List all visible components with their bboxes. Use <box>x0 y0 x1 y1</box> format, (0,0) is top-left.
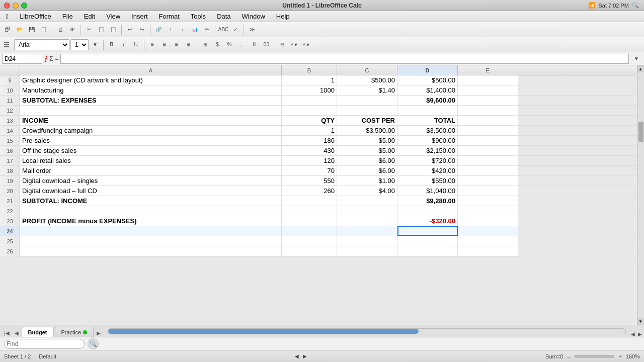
cell-b9[interactable]: 1 <box>282 75 337 85</box>
formula-fx-icon[interactable]: ⨍ <box>44 55 47 62</box>
scroll-thumb[interactable] <box>638 122 643 142</box>
cell-c20[interactable]: $4.00 <box>337 186 397 196</box>
next-page-btn[interactable]: ▶ <box>303 353 307 359</box>
cell-b12[interactable] <box>282 106 337 115</box>
cell-e18[interactable] <box>458 166 518 175</box>
cell-e21[interactable] <box>458 196 518 206</box>
cell-a22[interactable] <box>20 206 282 216</box>
col-header-a[interactable]: A <box>20 65 282 75</box>
italic-btn[interactable]: I <box>118 39 129 50</box>
save-btn[interactable]: 💾 <box>26 24 37 35</box>
data-menu[interactable]: Data <box>215 12 232 21</box>
cell-c9[interactable]: $500.00 <box>337 75 397 85</box>
cell-b13[interactable]: QTY <box>282 116 337 125</box>
borders-btn[interactable]: ⊟ <box>277 39 288 50</box>
cell-a16[interactable]: Off the stage sales <box>20 146 282 155</box>
cell-b18[interactable]: 70 <box>282 166 337 175</box>
cell-d9[interactable]: $500.00 <box>397 75 458 85</box>
find-input[interactable] <box>4 339 85 349</box>
cell-e15[interactable] <box>458 136 518 145</box>
maximize-button[interactable] <box>21 3 27 9</box>
font-size-selector[interactable]: 10 <box>70 39 89 50</box>
sheet-tab-practice[interactable]: Practice <box>55 327 94 337</box>
libreoffice-menu[interactable]: LibreOffice <box>18 12 53 21</box>
h-scroll-left[interactable]: ◀ <box>631 331 635 337</box>
tab-scroll-prev[interactable]: ◀ <box>13 329 21 337</box>
spellcheck-btn[interactable]: ABC <box>218 24 229 35</box>
cell-e23[interactable] <box>458 216 518 226</box>
window-menu[interactable]: Window <box>240 12 267 21</box>
formula-scroll-btn[interactable]: ▼ <box>631 53 642 64</box>
close-button[interactable] <box>4 3 10 9</box>
font-selector[interactable]: Arial <box>14 39 69 50</box>
cell-c12[interactable] <box>337 106 397 115</box>
cell-d26[interactable] <box>397 246 458 256</box>
zoom-minus-btn[interactable]: – <box>567 353 570 359</box>
help-menu[interactable]: Help <box>274 12 292 21</box>
col-header-d[interactable]: D <box>397 65 458 75</box>
cell-d16[interactable]: $2,150.00 <box>397 146 458 155</box>
cell-b23[interactable] <box>282 216 337 226</box>
cell-d13[interactable]: TOTAL <box>397 116 458 125</box>
cell-e24[interactable] <box>458 226 518 236</box>
font-size-down-btn[interactable]: ▼ <box>90 39 101 50</box>
tab-scroll-next[interactable]: ▶ <box>95 329 103 337</box>
cell-d25[interactable] <box>397 236 458 246</box>
zoom-plus-btn[interactable]: + <box>618 353 621 359</box>
cell-e14[interactable] <box>458 126 518 135</box>
cell-d12[interactable] <box>397 106 458 115</box>
scroll-up-btn[interactable]: ▲ <box>637 65 643 72</box>
cut-btn[interactable]: ✂ <box>84 24 95 35</box>
cell-e16[interactable] <box>458 146 518 155</box>
cell-e20[interactable] <box>458 186 518 196</box>
align-left-btn[interactable]: ≡ <box>147 39 158 50</box>
tab-scroll-first[interactable]: |◀ <box>2 329 12 337</box>
cell-a14[interactable]: Crowdfunding campaign <box>20 126 282 135</box>
hyperlink-btn[interactable]: 🔗 <box>153 24 164 35</box>
zoom-slider[interactable] <box>574 355 614 358</box>
justify-btn[interactable]: ≡ <box>183 39 194 50</box>
cell-e19[interactable] <box>458 176 518 186</box>
cell-d18[interactable]: $420.00 <box>397 166 458 175</box>
cell-e17[interactable] <box>458 156 518 165</box>
cell-d20[interactable]: $1,040.00 <box>397 186 458 196</box>
col-header-c[interactable]: C <box>337 65 397 75</box>
cell-d10[interactable]: $1,400.00 <box>397 85 458 95</box>
currency-btn[interactable]: $ <box>212 39 223 50</box>
cell-d15[interactable]: $900.00 <box>397 136 458 145</box>
cell-b19[interactable]: 550 <box>282 176 337 186</box>
cell-c26[interactable] <box>337 246 397 256</box>
cell-a23[interactable]: PROFIT (INCOME minus EXPENSES) <box>20 216 282 226</box>
open-btn[interactable]: 📂 <box>14 24 25 35</box>
cell-c13[interactable]: COST PER <box>337 116 397 125</box>
vertical-scrollbar[interactable]: ▲ ▼ <box>637 65 644 325</box>
cell-b11[interactable] <box>282 96 337 105</box>
cell-e25[interactable] <box>458 236 518 246</box>
cell-d24[interactable] <box>397 226 458 236</box>
print-btn[interactable]: 🖨 <box>55 24 66 35</box>
cell-c18[interactable]: $6.00 <box>337 166 397 175</box>
cell-c16[interactable]: $5.00 <box>337 146 397 155</box>
new-btn[interactable]: 🗍 <box>2 24 13 35</box>
cell-b21[interactable] <box>282 196 337 206</box>
cell-a17[interactable]: Local retail sales <box>20 156 282 165</box>
cell-b20[interactable]: 260 <box>282 186 337 196</box>
file-menu[interactable]: File <box>60 12 75 21</box>
cell-d23[interactable]: -$320.00 <box>397 216 458 226</box>
bold-btn[interactable]: B <box>106 39 117 50</box>
style-list-btn[interactable] <box>2 39 13 50</box>
more-btn[interactable]: ≫ <box>247 24 258 35</box>
font-color-btn[interactable]: A▼ <box>301 39 312 50</box>
cell-d22[interactable] <box>397 206 458 216</box>
cell-e26[interactable] <box>458 246 518 256</box>
cell-a12[interactable] <box>20 106 282 115</box>
formula-equals-icon[interactable]: = <box>55 55 58 62</box>
cell-e10[interactable] <box>458 85 518 95</box>
cell-c14[interactable]: $3,500.00 <box>337 126 397 135</box>
underline-btn[interactable]: U <box>130 39 141 50</box>
col-header-b[interactable]: B <box>282 65 337 75</box>
cell-d21[interactable]: $9,280.00 <box>397 196 458 206</box>
align-center-btn[interactable]: ≡ <box>159 39 170 50</box>
autospell-btn[interactable]: ✓ <box>230 24 241 35</box>
cell-c22[interactable] <box>337 206 397 216</box>
